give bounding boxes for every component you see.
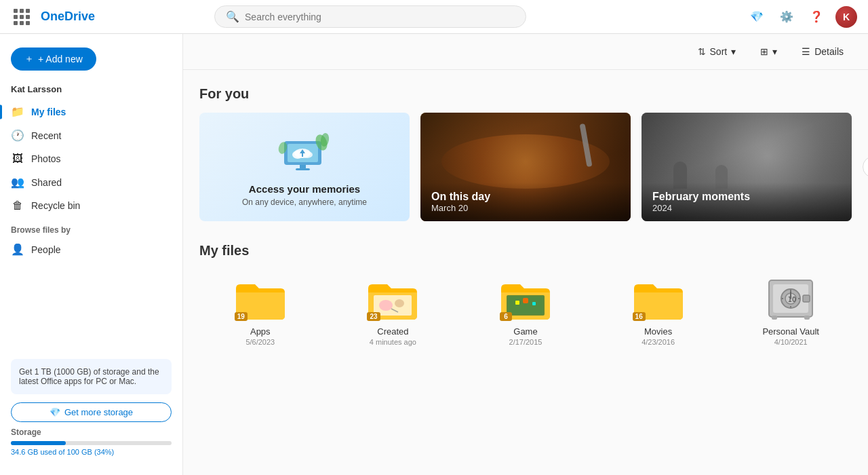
folder-item-apps[interactable]: 19 Apps 5/6/2023 [199,269,321,352]
sort-label: Sort [710,46,728,57]
svg-rect-19 [523,298,528,303]
memories-card-title: Access your memories [249,183,360,195]
memories-card-subtitle: On any device, anywhere, anytime [242,197,367,207]
folder-icon-movies: 16 [631,275,686,322]
on-this-day-overlay: On this day March 20 [420,183,631,221]
for-you-card-february[interactable]: February moments 2024 [642,113,852,221]
for-you-cards: Access your memories On any device, anyw… [199,113,852,221]
add-new-label: + Add new [38,54,83,64]
help-icon[interactable]: ❓ [806,6,827,28]
storage-bar-fill [11,441,66,445]
svg-rect-6 [302,153,303,157]
storage-section: Storage 34.6 GB used of 100 GB (34%) [11,428,172,456]
folder-name-vault: Personal Vault [762,326,819,337]
get-storage-label: Get more storage [64,407,133,417]
get-more-storage-button[interactable]: 💎 Get more storage [11,402,172,422]
february-title: February moments [652,191,841,203]
folder-item-created[interactable]: 23 Created 4 minutes ago [332,269,454,352]
sidebar-bottom: Get 1 TB (1000 GB) of storage and the la… [0,348,182,467]
main-layout: ＋ + Add new Kat Larsson 📁 My files 🕐 Rec… [0,34,868,475]
storage-text-suffix: used of 100 GB (34%) [40,448,114,456]
svg-point-13 [379,300,393,311]
plus-icon: ＋ [24,53,34,65]
sort-chevron-icon: ▾ [731,46,736,57]
grid-icon: ⊞ [760,46,768,57]
view-chevron-icon: ▾ [772,46,777,57]
my-files-title: My files [199,243,852,259]
february-year: 2024 [652,203,841,213]
svg-rect-32 [772,316,777,320]
search-input[interactable] [245,12,515,22]
sidebar: ＋ + Add new Kat Larsson 📁 My files 🕐 Rec… [0,34,183,475]
diamond-small-icon: 💎 [50,407,60,417]
avatar[interactable]: K [835,6,857,28]
sidebar-item-my-files[interactable]: 📁 My files [0,100,182,124]
brand-name: OneDrive [41,10,95,24]
folder-name-apps: Apps [250,326,271,337]
for-you-card-on-this-day[interactable]: On this day March 20 [420,113,631,221]
topbar: OneDrive 🔍 💎 ⚙️ ❓ K [0,0,868,34]
sidebar-label-people: People [31,244,61,255]
apps-grid-icon[interactable] [11,6,33,28]
sidebar-item-recent[interactable]: 🕐 Recent [0,124,182,147]
folder-date-movies: 4/23/2016 [642,338,675,346]
folder-item-movies[interactable]: 16 Movies 4/23/2016 [597,269,719,352]
storage-bar-background [11,441,172,445]
content-header: ⇅ Sort ▾ ⊞ ▾ ☰ Details [183,34,868,70]
sidebar-label-recycle-bin: Recycle bin [31,200,80,211]
content-area: ⇅ Sort ▾ ⊞ ▾ ☰ Details For you ‹ › [183,34,868,475]
game-badge: 6 [500,312,512,321]
person-icon: 👤 [11,243,24,256]
folder-date-vault: 4/10/2021 [774,338,808,346]
sidebar-item-shared[interactable]: 👥 Shared [0,170,182,194]
content-body: For you ‹ › [183,70,868,368]
folder-name-movies: Movies [644,326,672,337]
folder-icon-apps: 19 [233,275,288,322]
sidebar-label-my-files: My files [31,107,66,117]
browse-files-label: Browse files by [0,217,182,238]
details-label: Details [814,46,844,57]
add-new-button[interactable]: ＋ + Add new [11,48,96,71]
photos-icon: 🖼 [11,153,24,165]
sidebar-label-photos: Photos [31,153,61,164]
svg-point-14 [395,299,404,307]
search-icon: 🔍 [226,10,239,23]
on-this-day-title: On this day [431,191,620,203]
folder-icon-game: 6 [498,275,553,322]
carousel-prev-button[interactable]: ‹ [863,156,868,178]
storage-used-amount: 34.6 GB [11,448,38,456]
sort-button[interactable]: ⇅ Sort ▾ [690,42,745,61]
folder-item-game[interactable]: 6 Game 2/17/2015 [465,269,587,352]
sort-icon: ⇅ [698,46,706,57]
svg-rect-20 [532,302,536,305]
view-button[interactable]: ⊞ ▾ [752,42,785,61]
svg-text:IO: IO [788,296,796,303]
folder-date-game: 2/17/2015 [509,338,542,346]
details-button[interactable]: ☰ Details [793,42,852,61]
svg-rect-30 [803,295,810,302]
sidebar-label-recent: Recent [31,130,61,141]
created-badge: 23 [367,312,380,321]
sidebar-item-people[interactable]: 👤 People [0,238,182,261]
vault-icon-wrap: IO [764,275,818,322]
settings-icon[interactable]: ⚙️ [776,6,797,28]
search-bar[interactable]: 🔍 [214,5,526,28]
on-this-day-date: March 20 [431,203,620,213]
svg-rect-8 [296,168,310,170]
sidebar-item-photos[interactable]: 🖼 Photos [0,147,182,170]
memories-illustration [277,128,332,175]
sidebar-label-shared: Shared [31,177,62,188]
svg-rect-18 [515,301,519,305]
folder-item-vault[interactable]: IO Personal Vault 4/10/2021 [730,269,852,352]
folder-name-game: Game [513,326,537,337]
movies-badge: 16 [633,312,646,321]
folder-icon-created: 23 [366,275,420,322]
shared-icon: 👥 [11,176,24,189]
sidebar-user-name: Kat Larsson [0,81,182,100]
sidebar-item-recycle-bin[interactable]: 🗑 Recycle bin [0,194,182,217]
for-you-card-memories[interactable]: Access your memories On any device, anyw… [199,113,410,221]
diamond-icon[interactable]: 💎 [746,6,768,28]
folder-name-created: Created [377,326,408,337]
for-you-title: For you [199,86,852,102]
vault-icon: IO [764,275,818,322]
